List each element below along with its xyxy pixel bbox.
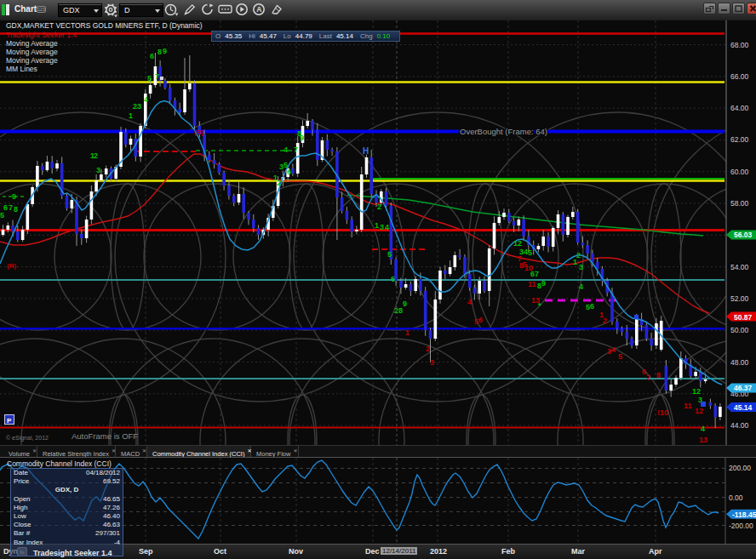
svg-text:8: 8 (398, 306, 403, 315)
svg-text:8: 8 (14, 205, 18, 214)
svg-text:7: 7 (294, 145, 298, 154)
svg-text:6: 6 (478, 316, 483, 324)
svg-text:3: 3 (430, 358, 434, 367)
svg-text:Tradesight Seeker 1.4: Tradesight Seeker 1.4 (6, 31, 77, 39)
svg-text:4: 4 (611, 345, 616, 354)
svg-text:6: 6 (287, 168, 291, 176)
svg-text:46.37: 46.37 (734, 384, 753, 392)
svg-text:13: 13 (531, 296, 540, 305)
svg-text:9: 9 (12, 192, 16, 201)
svg-text:13: 13 (699, 436, 707, 444)
svg-text:5: 5 (618, 352, 622, 361)
svg-text:60.00: 60.00 (730, 168, 749, 176)
svg-text:4: 4 (284, 145, 288, 154)
svg-text:!10: !10 (657, 408, 668, 417)
svg-text:3: 3 (137, 102, 141, 111)
svg-text:(R): (R) (7, 262, 16, 270)
svg-text:12: 12 (695, 407, 703, 415)
svg-text:62.00: 62.00 (730, 135, 749, 144)
svg-text:3: 3 (380, 223, 384, 231)
svg-text:MM Lines: MM Lines (6, 65, 37, 73)
svg-text:GDX,MARKET VECTORS GOLD MINERS: GDX,MARKET VECTORS GOLD MINERS ETF, D (D… (6, 21, 203, 30)
svg-text:2: 2 (277, 179, 281, 187)
svg-text:1: 1 (129, 111, 133, 120)
svg-text:1: 1 (405, 328, 410, 337)
svg-text:1: 1 (573, 258, 577, 266)
svg-text:11: 11 (684, 402, 692, 410)
svg-text:2: 2 (518, 239, 522, 248)
svg-text:50.87: 50.87 (734, 313, 753, 322)
svg-text:64.00: 64.00 (730, 104, 749, 112)
svg-text:2: 2 (377, 202, 381, 211)
svg-text:8: 8 (158, 48, 162, 56)
svg-text:2: 2 (696, 387, 701, 396)
svg-text:4: 4 (579, 282, 583, 291)
svg-text:44.00: 44.00 (730, 421, 749, 430)
svg-text:(R): (R) (194, 128, 203, 136)
svg-text:5: 5 (528, 248, 532, 257)
svg-text:Moving Average: Moving Average (6, 48, 58, 56)
svg-text:Commodity Channel Index (CCI): Commodity Channel Index (CCI) (7, 459, 112, 468)
svg-text:9: 9 (403, 299, 407, 308)
svg-text:58.00: 58.00 (730, 199, 749, 208)
svg-text:OverBought (Frame: 64): OverBought (Frame: 64) (460, 127, 547, 136)
svg-text:P: P (7, 417, 12, 425)
svg-text:1: 1 (375, 221, 379, 230)
svg-text:3: 3 (579, 263, 583, 271)
svg-text:5: 5 (0, 211, 4, 220)
svg-text:11: 11 (528, 280, 536, 288)
svg-text:2: 2 (426, 345, 430, 353)
svg-text:7: 7 (646, 374, 650, 382)
svg-text:Moving Average: Moving Average (6, 39, 58, 48)
svg-text:2: 2 (603, 317, 607, 325)
svg-text:H: H (363, 146, 369, 156)
svg-text:9: 9 (541, 279, 546, 288)
svg-text:5: 5 (387, 250, 392, 259)
svg-text:© eSignal, 2012: © eSignal, 2012 (6, 435, 49, 442)
svg-text:200.00: 200.00 (729, 464, 751, 472)
svg-text:6: 6 (590, 302, 594, 311)
svg-text:7: 7 (155, 72, 159, 81)
svg-text:9: 9 (300, 134, 304, 142)
svg-text:Moving Average: Moving Average (6, 56, 58, 65)
svg-text:7: 7 (535, 270, 539, 278)
svg-text:4: 4 (385, 223, 389, 231)
svg-text:9: 9 (163, 47, 167, 55)
svg-text:45.14: 45.14 (734, 403, 753, 412)
svg-text:4: 4 (467, 298, 472, 306)
svg-text:4: 4 (144, 95, 148, 104)
svg-text:-118.45: -118.45 (732, 511, 756, 519)
svg-text:5: 5 (147, 74, 152, 83)
svg-text:54.00: 54.00 (730, 263, 749, 271)
svg-text:10: 10 (524, 264, 533, 272)
svg-text:3: 3 (96, 166, 100, 174)
svg-text:2: 2 (94, 151, 98, 160)
svg-text:6: 6 (391, 275, 395, 283)
svg-text:4: 4 (701, 425, 705, 433)
svg-text:8: 8 (656, 371, 661, 379)
svg-text:56.03: 56.03 (734, 231, 753, 239)
svg-text:48.00: 48.00 (730, 358, 749, 367)
svg-text:0.00: 0.00 (729, 493, 743, 502)
svg-text:-200.00: -200.00 (729, 522, 753, 530)
svg-text:7: 7 (9, 203, 13, 212)
svg-text:68.00: 68.00 (730, 41, 749, 49)
svg-text:66.00: 66.00 (730, 72, 749, 81)
svg-text:AutoFrame is OFF: AutoFrame is OFF (72, 431, 138, 441)
svg-text:A: A (256, 5, 261, 14)
svg-text:52.00: 52.00 (730, 294, 749, 303)
svg-text:50.00: 50.00 (730, 326, 749, 334)
svg-text:6: 6 (150, 52, 154, 60)
